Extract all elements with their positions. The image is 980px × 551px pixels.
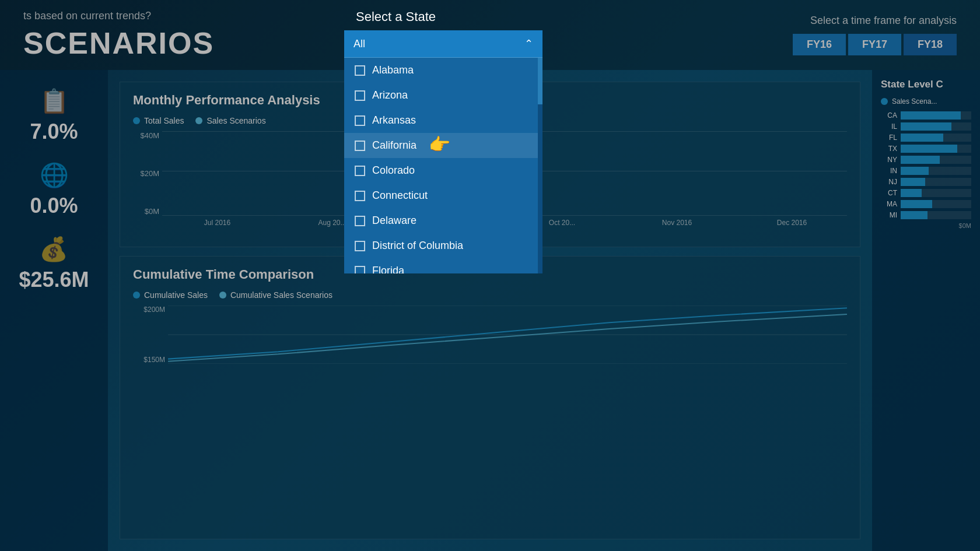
state-name-california: California (372, 139, 416, 152)
state-name-arkansas: Arkansas (372, 114, 416, 127)
state-name-colorado: Colorado (372, 164, 415, 177)
checkbox-dc[interactable] (355, 241, 365, 251)
state-item-arizona[interactable]: Arizona (344, 83, 542, 108)
state-item-arkansas[interactable]: Arkansas (344, 108, 542, 133)
state-item-delaware[interactable]: Delaware (344, 208, 542, 233)
checkbox-arizona[interactable] (355, 90, 365, 101)
checkbox-delaware[interactable] (355, 216, 365, 226)
checkbox-colorado[interactable] (355, 166, 365, 176)
select-dropdown: All ⌃ Alabama Arizona Arkansas Californi… (344, 30, 542, 273)
select-state-label: Select a State (344, 0, 542, 30)
state-name-florida: Florida (372, 265, 404, 273)
state-name-alabama: Alabama (372, 64, 414, 76)
scrollbar-thumb[interactable] (538, 58, 542, 104)
select-header-text: All (354, 38, 365, 50)
state-item-colorado[interactable]: Colorado (344, 158, 542, 183)
state-name-dc: District of Columbia (372, 240, 463, 252)
select-header[interactable]: All ⌃ (344, 30, 542, 58)
checkbox-connecticut[interactable] (355, 191, 365, 201)
checkbox-alabama[interactable] (355, 65, 365, 76)
checkbox-arkansas[interactable] (355, 115, 365, 126)
state-name-arizona: Arizona (372, 89, 408, 101)
scrollbar-track[interactable] (538, 58, 542, 273)
state-item-california[interactable]: California (344, 133, 542, 158)
state-name-connecticut: Connecticut (372, 189, 428, 202)
checkbox-california[interactable] (355, 141, 365, 151)
checkbox-florida[interactable] (355, 266, 365, 274)
state-item-alabama[interactable]: Alabama (344, 58, 542, 83)
state-dropdown-container: Select a State All ⌃ Alabama Arizona Ark… (344, 0, 542, 273)
state-select-list[interactable]: Alabama Arizona Arkansas California Colo… (344, 58, 542, 273)
state-name-delaware: Delaware (372, 215, 416, 227)
state-item-connecticut[interactable]: Connecticut (344, 183, 542, 208)
chevron-up-icon: ⌃ (524, 37, 533, 50)
state-item-florida[interactable]: Florida (344, 258, 542, 273)
state-item-dc[interactable]: District of Columbia (344, 233, 542, 258)
